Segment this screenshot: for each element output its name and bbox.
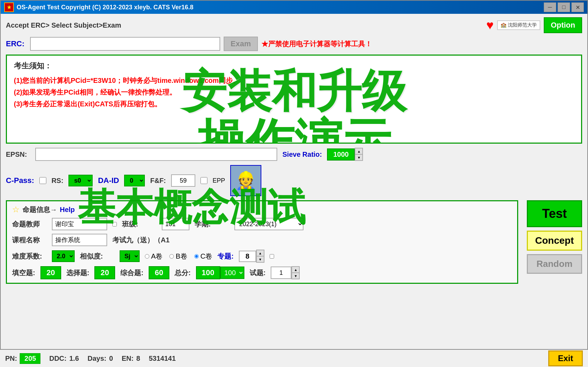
diff-label: 难度系数: xyxy=(12,252,47,261)
warning-text: ★严禁使用电子计算器等计算工具！ xyxy=(261,39,372,49)
vol-a-radio[interactable] xyxy=(145,254,149,259)
diff-row: 难度系数: 2.0 相似度: Sj A卷 xyxy=(12,250,512,263)
sieve-down-button[interactable]: ▼ xyxy=(355,154,363,161)
zhuanti-spinner: ▲ ▼ xyxy=(256,250,264,263)
class-input[interactable] xyxy=(162,218,189,230)
en-label: EN: xyxy=(122,355,133,363)
concept-button[interactable]: Concept xyxy=(527,231,582,251)
erc-label: ERC: xyxy=(6,39,27,48)
vol-a-label[interactable]: A卷 xyxy=(145,252,162,261)
total-control: 100 100 xyxy=(196,266,244,279)
vol-b-label[interactable]: B卷 xyxy=(169,252,187,261)
info-section: ☆ 命题信息→ Help 基本概念测试 命题教师 班级: 学期: xyxy=(6,200,518,284)
notice-line-3: (3)考生务必正常退出(Exit)CATS后再压缩打包。 xyxy=(14,98,574,110)
daid-label: DA-ID xyxy=(98,176,119,185)
exam-button[interactable]: Exam xyxy=(224,37,258,51)
zhuanti-down-button[interactable]: ▼ xyxy=(256,256,264,262)
test-button[interactable]: Test xyxy=(527,200,582,227)
vol-b-radio[interactable] xyxy=(169,254,174,259)
composite-value: 60 xyxy=(149,266,169,279)
sieve-label: Sieve Ratio: xyxy=(282,151,322,158)
epp-checkbox[interactable] xyxy=(200,177,207,184)
star-icon: ☆ xyxy=(12,205,20,214)
epsn-label: EPSN: xyxy=(6,151,30,158)
rs-select[interactable]: s0 xyxy=(68,175,93,186)
random-button[interactable]: Random xyxy=(527,254,582,274)
semester-select[interactable]: 2022-2023(1) xyxy=(234,218,304,230)
rs-label: RS: xyxy=(52,177,63,185)
main-content: Accept ERC> Select Subject>Exam ♥ 🏫 沈阳师范… xyxy=(1,14,587,291)
course-row: 课程名称 考试九（送）（A1 xyxy=(12,234,512,246)
sieve-up-button[interactable]: ▲ xyxy=(355,148,363,154)
info-header: ☆ 命题信息→ Help 基本概念测试 xyxy=(12,205,512,214)
photo-box: 👷 xyxy=(230,165,261,196)
info-section-title: 命题信息→ xyxy=(22,205,57,214)
exam-num-input[interactable] xyxy=(271,267,291,279)
notice-box: 考生须知： (1)您当前的计算机PCid=*E3W10；时钟务必与time.wi… xyxy=(6,55,582,144)
extra-checkbox[interactable] xyxy=(270,254,274,259)
choice-value: 20 xyxy=(94,266,115,279)
zhuanti-control: 8 ▲ ▼ xyxy=(239,250,264,263)
ddc-item: DDC: 1.6 xyxy=(49,355,79,363)
minimize-button[interactable]: ─ xyxy=(544,2,556,12)
days-value: 0 xyxy=(109,355,113,363)
pn-label: PN: xyxy=(5,355,17,363)
person-icon: 👷 xyxy=(235,171,256,191)
exam-num-control: ▲ ▼ xyxy=(271,266,300,279)
fillblank-label: 填空题: xyxy=(12,268,35,278)
option-button[interactable]: Option xyxy=(544,17,582,33)
breadcrumb: Accept ERC> Select Subject>Exam xyxy=(6,21,121,29)
score-row: 填空题: 20 选择题: 20 综合题: 60 总分: 100 100 试题: xyxy=(12,266,512,279)
unknown-checkbox[interactable] xyxy=(112,222,117,226)
sieve-spinner: ▲ ▼ xyxy=(355,148,363,161)
daid-select[interactable]: 0 xyxy=(124,175,145,186)
ff-label: F&F: xyxy=(150,177,166,185)
nav-bar: Accept ERC> Select Subject>Exam ♥ 🏫 沈阳师范… xyxy=(6,17,582,33)
total-select[interactable]: 100 xyxy=(220,267,244,279)
course-input[interactable] xyxy=(52,234,107,246)
sim-select[interactable]: Sj xyxy=(120,250,140,262)
exam-num-label: 试题: xyxy=(250,268,266,278)
exam-num-up-button[interactable]: ▲ xyxy=(292,267,299,273)
nav-right: ♥ 🏫 沈阳师范大学 Option xyxy=(486,17,582,33)
ddc-label: DDC: xyxy=(49,355,66,363)
cpass-checkbox[interactable] xyxy=(39,177,46,184)
overlay-container: 考生须知： (1)您当前的计算机PCid=*E3W10；时钟务必与time.wi… xyxy=(6,55,582,144)
notice-title: 考生须知： xyxy=(14,61,574,71)
teacher-row: 命题教师 班级: 学期: 2022-2023(1) xyxy=(12,218,512,230)
sieve-control: 1000 ▲ ▼ xyxy=(327,148,363,161)
maximize-button[interactable]: □ xyxy=(558,2,570,12)
title-bar-left: ★ OS-Agent Test Copyright (C) 2012-2023 … xyxy=(4,2,194,12)
ff-input[interactable] xyxy=(171,174,195,187)
epsn-input[interactable] xyxy=(35,148,277,161)
teacher-input[interactable] xyxy=(52,218,107,230)
en-value: 8 xyxy=(136,355,140,363)
exam-num-spinner: ▲ ▼ xyxy=(291,266,300,279)
window-title: OS-Agent Test Copyright (C) 2012-2023 xl… xyxy=(17,4,194,11)
course-label: 课程名称 xyxy=(12,235,47,245)
cpass-label: C-Pass: xyxy=(6,176,34,185)
erc-input[interactable] xyxy=(30,37,220,51)
vol-c-radio[interactable] xyxy=(194,254,199,259)
close-button[interactable]: ✕ xyxy=(571,2,584,12)
vol-c-label[interactable]: C卷 xyxy=(194,252,212,261)
help-link[interactable]: Help xyxy=(60,206,75,214)
zhuanti-label: 专题: xyxy=(217,252,234,261)
exit-button[interactable]: Exit xyxy=(548,350,583,366)
diff-select[interactable]: 2.0 xyxy=(52,250,75,262)
teacher-label: 命题教师 xyxy=(12,220,47,229)
total-value: 100 xyxy=(196,266,220,279)
status-bar: PN: 205 DDC: 1.6 Days: 0 EN: 8 5314141 E… xyxy=(0,349,588,367)
cpass-row: C-Pass: RS: s0 DA-ID 0 F&F: EPP 👷 xyxy=(6,165,582,196)
exam-num-down-button[interactable]: ▼ xyxy=(292,273,299,279)
zhuanti-up-button[interactable]: ▲ xyxy=(256,250,264,256)
title-bar: ★ OS-Agent Test Copyright (C) 2012-2023 … xyxy=(1,1,587,14)
code-value: 5314141 xyxy=(149,355,176,363)
erc-row: ERC: Exam ★严禁使用电子计算器等计算工具！ xyxy=(6,37,582,51)
sieve-value: 1000 xyxy=(327,148,355,161)
pn-value: 205 xyxy=(20,353,40,364)
window-controls: ─ □ ✕ xyxy=(544,2,584,12)
total-label: 总分: xyxy=(175,268,191,278)
pn-item: PN: 205 xyxy=(5,353,40,364)
main-window: ★ OS-Agent Test Copyright (C) 2012-2023 … xyxy=(0,0,588,367)
